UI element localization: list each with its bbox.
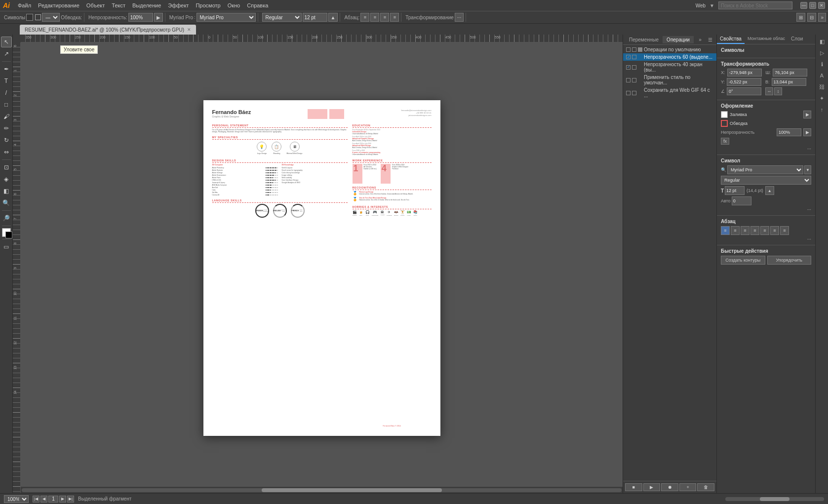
scroll-track[interactable]	[725, 497, 824, 501]
arrange-btn[interactable]: Упорядочить	[767, 256, 812, 265]
font-style-props-select[interactable]: Regular	[721, 176, 811, 185]
delete-op-btn[interactable]: 🗑	[697, 483, 714, 491]
op-default-check[interactable]	[626, 47, 631, 52]
font-family-props-select[interactable]: Myriad Pro	[727, 165, 803, 174]
menu-select[interactable]: Выделение	[129, 1, 164, 9]
h-scrollbar[interactable]	[21, 486, 623, 493]
menu-object[interactable]: Объект	[83, 1, 108, 9]
para-align-left-btn[interactable]: ≡	[721, 226, 730, 235]
op-style[interactable]: Применить стиль по умолчан...	[623, 74, 716, 86]
w-input[interactable]	[773, 69, 807, 77]
stroke-type-select[interactable]: —	[42, 13, 60, 22]
stock-search-input[interactable]	[718, 1, 792, 9]
info-icon-btn[interactable]: ℹ	[817, 59, 827, 69]
effects-icon-btn[interactable]: ✦	[817, 93, 827, 103]
align-center-btn[interactable]: ≡	[370, 13, 379, 22]
record-btn[interactable]: ⏺	[661, 483, 678, 491]
fill-swatch[interactable]	[721, 111, 728, 118]
opacity-more-btn[interactable]: ▶	[154, 13, 163, 22]
scroll-thumb[interactable]	[760, 497, 789, 501]
y-input[interactable]	[727, 78, 761, 86]
direct-select-tool-btn[interactable]: ↗	[1, 48, 12, 59]
page-next-btn[interactable]: ▶	[59, 496, 66, 503]
transform-more-btn[interactable]: ···	[455, 13, 464, 22]
select-tool-btn[interactable]: ↖	[1, 37, 12, 47]
para-align-j3-btn[interactable]: ≡	[770, 226, 779, 235]
rect-tool-btn[interactable]: □	[1, 99, 12, 110]
line-tool-btn[interactable]: /	[1, 87, 12, 98]
op-gif-check[interactable]	[626, 91, 631, 95]
op-style-eye[interactable]	[632, 78, 636, 82]
angle-input[interactable]	[727, 87, 761, 95]
menu-file[interactable]: Файл	[15, 1, 34, 9]
panel-btn[interactable]: ⊟	[807, 13, 816, 22]
stroke-color-swatch[interactable]	[35, 14, 41, 20]
color-boxes[interactable]	[2, 228, 11, 237]
menu-text[interactable]: Текст	[109, 1, 128, 9]
op-opacity40-check[interactable]	[626, 65, 631, 70]
font-size-up-props-btn[interactable]: ▲	[765, 186, 774, 195]
font-size-input[interactable]	[303, 13, 327, 22]
extra-btn[interactable]: »	[818, 13, 826, 22]
screen-mode-btn[interactable]: ▭	[1, 241, 12, 252]
canvas-scroll[interactable]: Уловите свое Fernando Báez Graphic & Web…	[21, 42, 623, 493]
op-opacity40[interactable]: Непрозрачность 40 экран (вы...	[623, 61, 716, 74]
close-button[interactable]: ✕	[818, 2, 825, 9]
page-input[interactable]	[48, 496, 58, 503]
page-prev-btn[interactable]: ◀	[40, 496, 47, 503]
zoom-tool-btn[interactable]: 🔎	[1, 213, 12, 224]
zoom-select[interactable]: 100%	[4, 495, 29, 503]
para-align-justify-btn[interactable]: ≡	[750, 226, 759, 235]
variables-tab[interactable]: Переменные	[625, 36, 663, 43]
tracking-input[interactable]	[732, 196, 751, 205]
fill-color-swatch[interactable]	[26, 14, 33, 21]
fx-btn[interactable]: fx	[721, 138, 729, 145]
paintbrush-tool-btn[interactable]: 🖌	[1, 111, 12, 122]
op-opacity40-eye[interactable]	[632, 65, 636, 70]
menu-effect[interactable]: Эффект	[165, 1, 192, 9]
flip-h-btn[interactable]: ↔	[765, 87, 773, 95]
op-opacity60[interactable]: Непрозрачность 60 (выделе...	[623, 53, 716, 61]
pencil-tool-btn[interactable]: ✏	[1, 123, 12, 134]
eyedropper-tool-btn[interactable]: 🔍	[1, 197, 12, 208]
doc-tab-close-btn[interactable]: ✕	[187, 27, 191, 32]
document-tab[interactable]: RESUME_FERNANDO-BAEZ.ai* @ 100% (CMYK/Пр…	[20, 25, 196, 35]
op-style-check[interactable]	[626, 78, 631, 82]
minimize-button[interactable]: —	[800, 2, 807, 9]
align-left-btn[interactable]: ≡	[360, 13, 369, 22]
menu-edit[interactable]: Редактирование	[35, 1, 82, 9]
menu-help[interactable]: Справка	[244, 1, 271, 9]
op-opacity60-check[interactable]	[626, 55, 631, 59]
page-last-btn[interactable]: ▶|	[67, 496, 74, 503]
op-opacity60-eye[interactable]	[632, 55, 636, 59]
op-default-eye[interactable]	[632, 47, 636, 52]
pen-tool-btn[interactable]: ✒	[1, 64, 12, 75]
props-tab-montage[interactable]: Монтажные облас	[745, 35, 788, 44]
font-family-select[interactable]: Myriad Pro	[197, 13, 256, 22]
opacity-props-input[interactable]	[777, 128, 801, 136]
font-size-props-input[interactable]	[725, 186, 745, 195]
opacity-more-btn[interactable]: ▶	[803, 128, 811, 136]
text-icon-btn[interactable]: A	[817, 71, 827, 80]
new-op-btn[interactable]: +	[679, 483, 697, 491]
opacity-input[interactable]	[128, 13, 153, 22]
operations-tab[interactable]: Операции	[663, 36, 694, 43]
font-expand-btn[interactable]: ▼	[804, 165, 811, 174]
create-outlines-btn[interactable]: Создать контуры	[721, 256, 765, 265]
para-align-center-btn[interactable]: ≡	[731, 226, 740, 235]
align-justify-btn[interactable]: ≡	[390, 13, 399, 22]
maximize-button[interactable]: □	[809, 2, 816, 9]
x-input[interactable]	[727, 69, 762, 77]
blend-tool-btn[interactable]: ◈	[1, 174, 12, 185]
op-default[interactable]: Операции по умолчанию	[623, 46, 716, 53]
stop-btn[interactable]: ■	[625, 483, 642, 491]
export-icon-btn[interactable]: ↑	[817, 105, 827, 115]
stroke-swatch[interactable]	[721, 120, 728, 127]
page-first-btn[interactable]: |◀	[33, 496, 39, 503]
rotate-tool-btn[interactable]: ↻	[1, 135, 12, 146]
props-tab-layers[interactable]: Слои	[788, 35, 806, 44]
properties-icon-btn[interactable]: ◧	[817, 37, 827, 46]
scrollbar-thumb[interactable]	[262, 488, 442, 492]
gradient-tool-btn[interactable]: ◧	[1, 186, 12, 196]
para-align-force-btn[interactable]: ≡	[780, 226, 789, 235]
